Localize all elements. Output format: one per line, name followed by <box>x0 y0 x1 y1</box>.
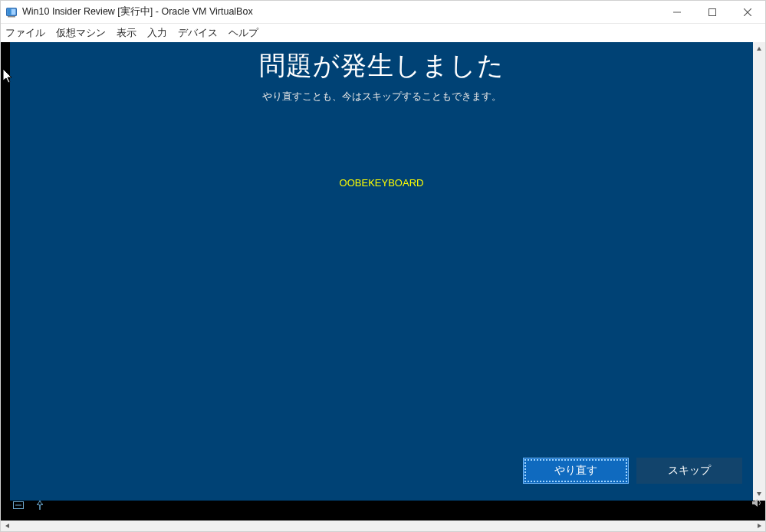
svg-rect-5 <box>709 9 716 16</box>
window-title: Win10 Insider Review [実行中] - Oracle VM V… <box>22 5 659 18</box>
menu-machine[interactable]: 仮想マシン <box>56 27 106 40</box>
keyboard-icon <box>13 501 24 511</box>
oobe-screen: 問題が発生しました やり直すことも、今はスキップすることもできます。 OOBEK… <box>10 42 753 501</box>
virtualbox-app-icon <box>5 6 18 18</box>
maximize-button[interactable] <box>695 1 730 24</box>
horizontal-scrollbar[interactable] <box>1 521 765 531</box>
menu-input[interactable]: 入力 <box>147 27 167 40</box>
oobe-button-row: やり直す スキップ <box>523 458 742 484</box>
svg-marker-12 <box>752 499 758 507</box>
menu-view[interactable]: 表示 <box>117 27 136 40</box>
scroll-up-icon[interactable] <box>753 42 765 56</box>
window-controls <box>659 1 765 23</box>
minimize-button[interactable] <box>659 1 695 24</box>
menu-help[interactable]: ヘルプ <box>228 27 258 40</box>
oobe-title: 問題が発生しました <box>259 48 505 84</box>
guest-display[interactable]: 問題が発生しました やり直すことも、今はスキップすることもできます。 OOBEK… <box>1 42 765 521</box>
svg-marker-14 <box>758 524 761 528</box>
pin-icon <box>36 501 44 512</box>
scrollbar-track[interactable] <box>14 521 752 531</box>
oobe-subtitle: やり直すことも、今はスキップすることもできます。 <box>262 90 501 103</box>
virtualbox-window: Win10 Insider Review [実行中] - Oracle VM V… <box>0 0 766 532</box>
menubar: ファイル 仮想マシン 表示 入力 デバイス ヘルプ <box>1 24 765 42</box>
vertical-scrollbar[interactable] <box>753 42 765 501</box>
svg-marker-8 <box>757 47 761 51</box>
svg-rect-2 <box>8 8 12 15</box>
svg-marker-9 <box>757 492 761 496</box>
close-button[interactable] <box>730 1 765 24</box>
scroll-right-icon[interactable] <box>752 521 765 531</box>
skip-button[interactable]: スキップ <box>636 458 742 484</box>
scroll-left-icon[interactable] <box>1 521 14 531</box>
oobe-error-code: OOBEKEYBOARD <box>340 177 424 189</box>
guest-statusbar <box>1 501 765 511</box>
retry-button[interactable]: やり直す <box>523 458 629 484</box>
titlebar[interactable]: Win10 Insider Review [実行中] - Oracle VM V… <box>1 1 765 24</box>
svg-marker-13 <box>5 524 9 528</box>
menu-devices[interactable]: デバイス <box>178 27 218 40</box>
svg-rect-3 <box>8 16 15 18</box>
sound-icon <box>751 498 762 510</box>
menu-file[interactable]: ファイル <box>5 27 45 40</box>
